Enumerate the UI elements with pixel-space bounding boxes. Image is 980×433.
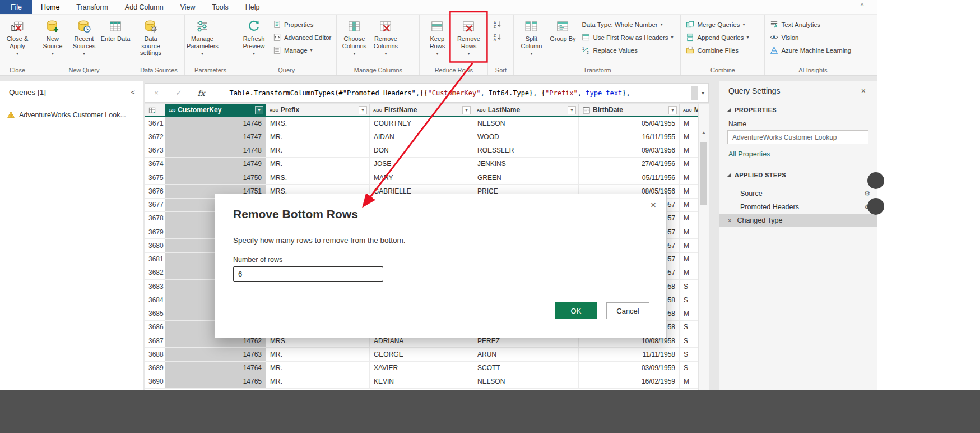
cell-lastname[interactable]: ROESSLER [473, 144, 579, 158]
cell-maritalstatus[interactable]: S [680, 280, 698, 293]
cell-maritalstatus[interactable]: M [680, 253, 698, 266]
cell-customerkey[interactable]: 14765 [165, 375, 266, 389]
vision-button[interactable]: Vision [770, 33, 798, 42]
column-header-customerkey[interactable]: 123CustomerKey▾ [165, 104, 266, 116]
cell-birthdate[interactable]: 27/04/1956 [579, 158, 680, 171]
cell-lastname[interactable]: NELSON [473, 117, 579, 130]
row-number[interactable]: 3674 [145, 158, 165, 171]
expand-formula-icon[interactable]: ▾ [702, 90, 704, 96]
replace-values-button[interactable]: 12Replace Values [582, 45, 638, 55]
data-type-whole-number-button[interactable]: Data Type: Whole Number▾ [582, 20, 662, 29]
cell-birthdate[interactable]: 09/03/1956 [579, 144, 680, 158]
rows-count-input[interactable]: 6 [233, 266, 383, 282]
cell-prefix[interactable]: MR. [266, 375, 370, 389]
column-header-ma[interactable]: ABCMa [680, 104, 698, 116]
all-properties-link[interactable]: All Properties [728, 150, 770, 158]
use-first-row-as-headers-button[interactable]: Use First Row as Headers▾ [582, 33, 673, 42]
cancel-formula-icon[interactable]: × [145, 89, 168, 97]
applied-step-source[interactable]: Source⚙ [719, 187, 877, 200]
data-source-settings-button[interactable]: Data source settings [135, 15, 166, 57]
tab-tools[interactable]: Tools [204, 0, 237, 14]
cell-customerkey[interactable]: 14747 [165, 130, 266, 144]
cell-firstname[interactable]: MARY [370, 171, 473, 185]
row-number[interactable]: 3680 [145, 239, 165, 252]
row-number[interactable]: 3673 [145, 144, 165, 158]
filter-dropdown-icon[interactable]: ▾ [255, 106, 263, 114]
merge-queries-button[interactable]: Merge Queries▾ [686, 20, 745, 29]
row-number[interactable]: 3671 [145, 117, 165, 130]
cell-maritalstatus[interactable]: S [680, 362, 698, 375]
commit-formula-icon[interactable]: ✓ [168, 89, 190, 97]
row-number[interactable]: 3683 [145, 280, 165, 293]
cell-customerkey[interactable]: 14764 [165, 362, 266, 375]
remove-columns-button[interactable]: Remove Columns▾ [370, 15, 401, 56]
cell-prefix[interactable]: MR. [266, 144, 370, 158]
row-number[interactable]: 3682 [145, 266, 165, 280]
filter-dropdown-icon[interactable]: ▾ [359, 106, 367, 114]
applied-step-changed-type[interactable]: ×Changed Type [719, 214, 877, 227]
cell-birthdate[interactable]: 03/09/1959 [579, 362, 680, 375]
query-name-input[interactable]: AdventureWorks Customer Lookup [727, 130, 868, 144]
cell-birthdate[interactable]: 16/02/1959 [579, 375, 680, 389]
scrollbar-thumb[interactable] [700, 142, 707, 205]
cell-firstname[interactable]: DON [370, 144, 473, 158]
cell-birthdate[interactable]: 11/11/1958 [579, 348, 680, 361]
cell-prefix[interactable]: MRS. [266, 117, 370, 130]
properties-section-header[interactable]: PROPERTIES [726, 107, 777, 113]
row-number[interactable]: 3684 [145, 293, 165, 307]
cell-maritalstatus[interactable]: M [680, 185, 698, 198]
row-number[interactable]: 3689 [145, 362, 165, 375]
cell-maritalstatus[interactable]: S [680, 348, 698, 361]
choose-columns-button[interactable]: Choose Columns▾ [338, 15, 370, 56]
cell-firstname[interactable]: JOSE [370, 158, 473, 171]
cell-customerkey[interactable]: 14763 [165, 348, 266, 361]
applied-step-promoted-headers[interactable]: Promoted Headers⚙ [719, 200, 877, 214]
recent-sources-button[interactable]: Recent Sources▾ [68, 15, 100, 56]
cell-prefix[interactable]: MR. [266, 158, 370, 171]
tab-transform[interactable]: Transform [68, 0, 117, 14]
row-number[interactable]: 3672 [145, 130, 165, 144]
cell-customerkey[interactable]: 14750 [165, 171, 266, 185]
tab-home[interactable]: Home [32, 0, 68, 14]
row-number[interactable]: 3679 [145, 225, 165, 239]
collapse-queries-panel-icon[interactable]: < [131, 88, 135, 96]
cancel-button[interactable]: Cancel [606, 302, 649, 319]
row-number[interactable]: 3688 [145, 348, 165, 361]
row-number[interactable]: 3686 [145, 321, 165, 334]
text-analytics-button[interactable]: Text Analytics [770, 20, 820, 29]
cell-customerkey[interactable]: 14746 [165, 117, 266, 130]
row-number[interactable]: 3677 [145, 199, 165, 212]
remove-rows-button[interactable]: Remove Rows▾ [453, 15, 484, 56]
cell-lastname[interactable]: JENKINS [473, 158, 579, 171]
delete-step-icon[interactable]: × [728, 217, 731, 224]
scroll-up-icon[interactable]: ▲ [699, 130, 709, 135]
cell-maritalstatus[interactable]: M [680, 130, 698, 144]
cell-maritalstatus[interactable]: M [680, 212, 698, 225]
select-all-corner[interactable] [145, 104, 165, 116]
dialog-close-icon[interactable]: × [651, 200, 656, 211]
cell-maritalstatus[interactable]: M [680, 171, 698, 185]
sort-az-button[interactable]: AZ [493, 20, 501, 29]
tab-add-column[interactable]: Add Column [117, 0, 172, 14]
collapse-ribbon-icon[interactable]: ^ [861, 2, 863, 9]
row-number[interactable]: 3687 [145, 334, 165, 348]
settings-panel-close-icon[interactable]: × [861, 86, 866, 95]
filter-dropdown-icon[interactable]: ▾ [668, 106, 677, 114]
manage-button[interactable]: Manage▾ [273, 45, 313, 55]
cell-firstname[interactable]: GEORGE [370, 348, 473, 361]
sort-za-button[interactable]: ZA [493, 33, 501, 42]
column-header-firstname[interactable]: ABCFirstName▾ [370, 104, 473, 116]
cell-maritalstatus[interactable]: M [680, 158, 698, 171]
cell-customerkey[interactable]: 14748 [165, 144, 266, 158]
new-source-button[interactable]: New Source▾ [37, 15, 68, 56]
cell-lastname[interactable]: WOOD [473, 130, 579, 144]
cell-customerkey[interactable]: 14749 [165, 158, 266, 171]
formula-input[interactable]: = Table.TransformColumnTypes(#"Promoted … [221, 89, 630, 97]
advanced-editor-button[interactable]: Advanced Editor [273, 33, 331, 42]
filter-dropdown-icon[interactable]: ▾ [462, 106, 471, 114]
enter-data-button[interactable]: Enter Data [100, 15, 131, 43]
cell-maritalstatus[interactable]: M [680, 375, 698, 389]
cell-lastname[interactable]: GREEN [473, 171, 579, 185]
cell-prefix[interactable]: MRS. [266, 171, 370, 185]
azure-machine-learning-button[interactable]: Azure Machine Learning [770, 45, 851, 55]
